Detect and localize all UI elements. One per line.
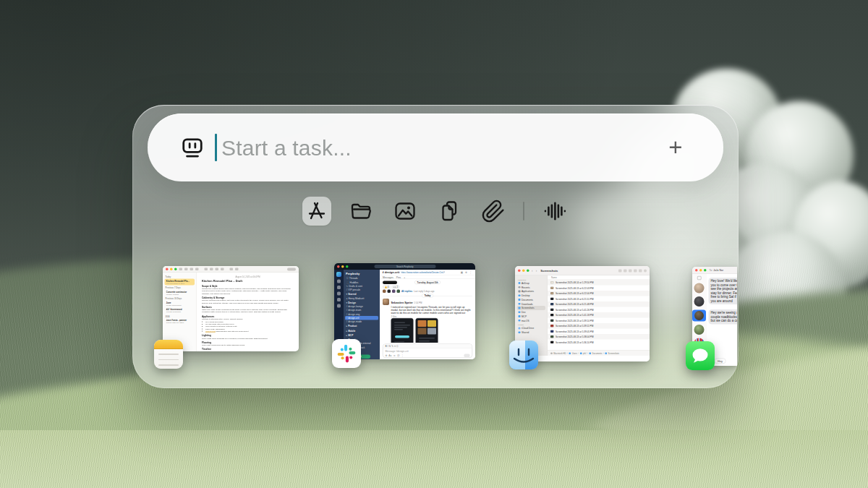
images-tool-button[interactable] xyxy=(391,197,420,226)
avatar xyxy=(694,283,705,294)
notes-group-label: Previous 7 Days xyxy=(166,287,195,289)
slack-search-bar: Search Perplexity xyxy=(374,265,435,268)
reaction-pill: 👀 2 xyxy=(392,286,400,289)
copy-document-icon xyxy=(437,199,461,223)
tool-row xyxy=(132,197,739,226)
notes-group-label: 2024 xyxy=(166,315,195,317)
file-row: Screenshot 2025-08-13 at 5.39.05 PM xyxy=(548,329,650,335)
traffic-lights xyxy=(695,269,707,272)
finder-selected-item: Screenshots xyxy=(517,306,546,310)
file-row: Screenshot 2025-08-13 at 6.22.00 PM xyxy=(548,291,650,296)
notes-list-item: Concrete contractor Monday Testing xyxy=(165,290,195,296)
slack-titlebar: Search Perplexity xyxy=(334,263,475,270)
file-row: Screenshot 2025-08-13 at 6.21.48 PM xyxy=(548,301,650,307)
task-input-bar[interactable]: Start a task... + xyxy=(148,114,723,181)
paperclip-icon xyxy=(481,199,506,223)
channel-topic-link: https://www.notion.so/perplexity/Design-… xyxy=(401,271,444,273)
files-tool-button[interactable] xyxy=(346,197,375,226)
finder-file-list: Name Screenshot 2025-08-14 at 1.29.50 PM… xyxy=(548,275,650,356)
slack-channel-header: # design-crit https://www.notion.so/perp… xyxy=(380,270,475,275)
file-row: Screenshot 2025-08-13 at 5.38.04 PM xyxy=(548,334,650,340)
finder-toolbar-icons xyxy=(618,269,647,272)
notes-list-item: 457 Stonewood 7/16/25 Contractor xyxy=(165,307,195,314)
messages-titlebar: To: JoJo Nor xyxy=(692,267,737,274)
notes-group-label: Previous 30 Days xyxy=(166,298,195,300)
finder-face xyxy=(509,341,538,369)
note-bullets: 36" French door fridge 30" gas range wit… xyxy=(205,320,294,332)
slack-composer: B I S ✎ ≡ ⟨⟩ Message #design-crit ⊕ Aa ☺… xyxy=(383,344,472,359)
today-divider: Today xyxy=(383,294,472,298)
note-title: Kitchen Remodel Plan – Draft xyxy=(202,280,294,283)
compose-icon xyxy=(697,276,702,280)
workspace-name: Perplexity xyxy=(346,272,378,275)
message-bubble: Hey we're seeing a couple roadblocks but… xyxy=(709,309,738,324)
avatar xyxy=(694,325,705,335)
notes-window-thumbnail[interactable]: Today Kitchen Remodel Pla... 4:04 PM Sco… xyxy=(163,266,299,351)
notes-editor: August 14, 2025 at 4:04 PM Kitchen Remod… xyxy=(197,273,299,351)
finder-app-icon[interactable] xyxy=(509,341,538,369)
messages-app-icon[interactable] xyxy=(686,341,715,370)
reaction-pill: 👍 4 xyxy=(383,286,391,289)
date-divider: Tuesday, August 5th xyxy=(414,281,441,284)
note-bullets: Week 1: Demolition & prep Weeks 2–4: Ele… xyxy=(205,351,294,351)
notes-list-item-selected: Kitchen Remodel Pla... 4:04 PM Scope & S… xyxy=(165,279,195,286)
notes-list-item: Jose Fonta - painter 8/30/24 555-014-221… xyxy=(165,318,195,325)
image-icon xyxy=(393,199,417,223)
slack-message-feed: Tuesday, August 5th 👍 4 👀 2 40 replies L… xyxy=(380,279,475,343)
assistant-robot-icon xyxy=(181,136,204,159)
traffic-lights xyxy=(166,268,177,271)
collapsed-attachment xyxy=(383,281,397,284)
slack-selected-channel: #design-crit xyxy=(345,316,378,320)
file-row: Screenshot 2025-08-13 at 5.39.11 PM xyxy=(548,323,650,329)
notes-list-item: June 7/7/25 Kitchenware xyxy=(165,301,195,307)
attachment-screenshot xyxy=(416,318,438,343)
traffic-lights xyxy=(337,265,349,268)
notes-toolbar xyxy=(163,266,299,273)
back-forward: ‹ › xyxy=(532,269,538,273)
workspace-avatar xyxy=(336,272,341,277)
selected-conversation xyxy=(692,310,706,322)
message-bubble: Hey love! We'd like you to come over to … xyxy=(709,278,738,304)
note-date: August 14, 2025 at 4:04 PM xyxy=(202,275,294,278)
voice-tool-button[interactable] xyxy=(540,197,569,226)
file-row: Screenshot 2025-08-13 at 5.39.10 PM xyxy=(548,318,650,324)
notes-group-label: Today xyxy=(166,276,195,278)
folder-icon xyxy=(349,199,373,223)
file-row: Screenshot 2025-08-13 at 5.36.10 PM xyxy=(548,340,650,346)
file-row: Screenshot 2025-08-13 at 5.41.26 PM xyxy=(548,307,650,313)
task-input-placeholder[interactable]: Start a task... xyxy=(221,136,352,160)
recipient-name: JoJo Nor xyxy=(713,269,723,272)
waveform-icon xyxy=(542,199,566,223)
file-row: Screenshot 2025-08-13 at 5.41.18 PM xyxy=(548,312,650,318)
slack-app-icon[interactable] xyxy=(332,339,361,368)
apps-tool-button[interactable] xyxy=(302,197,331,226)
slack-logo xyxy=(336,343,357,364)
traffic-lights xyxy=(518,270,529,273)
tool-divider xyxy=(523,202,524,221)
file-row: Screenshot 2025-08-13 at 6.22.03 PM xyxy=(548,286,650,291)
avatar xyxy=(694,296,705,307)
add-button[interactable]: + xyxy=(654,114,697,181)
slack-message: Sebastien Speier1:54 PM I noticed on sig… xyxy=(383,299,472,343)
finder-toolbar: ‹ › Screenshots xyxy=(515,266,650,275)
speech-bubble xyxy=(689,345,711,367)
avatar xyxy=(383,299,389,305)
clipboard-tool-button[interactable] xyxy=(435,197,464,226)
text-caret xyxy=(215,134,217,161)
file-row: Screenshot 2025-08-13 at 6.21.51 PM xyxy=(548,296,650,302)
attachment-screenshot xyxy=(391,318,414,343)
finder-window-title: Screenshots xyxy=(540,269,558,273)
attach-tool-button[interactable] xyxy=(479,197,508,226)
notes-app-icon[interactable] xyxy=(154,340,183,369)
slack-main: # design-crit https://www.notion.so/perp… xyxy=(380,270,475,359)
task-launcher-panel: Start a task... + xyxy=(132,105,739,388)
finder-path-bar: Macintosh HD› Users› phil› Documents› Sc… xyxy=(548,351,650,356)
send-button xyxy=(464,354,470,357)
apps-icon xyxy=(305,199,329,223)
file-row: Screenshot 2025-08-14 at 1.29.50 PM xyxy=(548,280,650,286)
